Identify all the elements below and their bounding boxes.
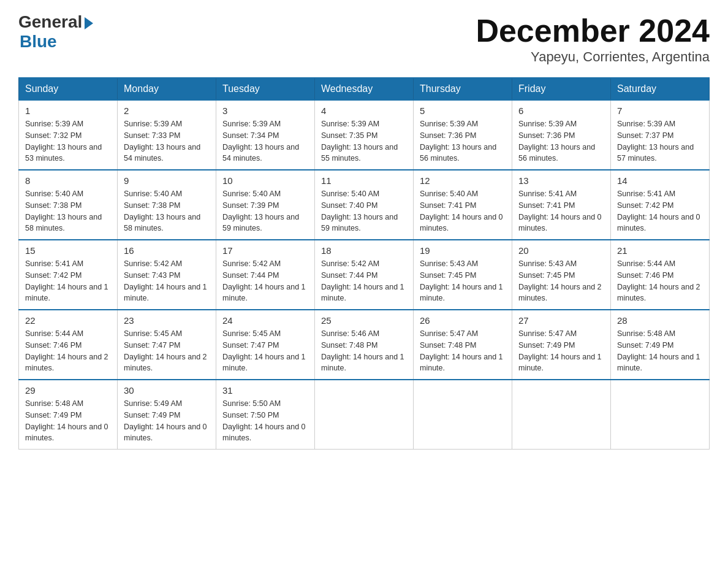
day-number: 7	[617, 105, 703, 116]
calendar-header-saturday: Saturday	[611, 78, 710, 100]
day-info: Sunrise: 5:41 AMSunset: 7:42 PMDaylight:…	[617, 188, 703, 234]
table-row: 7Sunrise: 5:39 AMSunset: 7:37 PMDaylight…	[611, 100, 710, 170]
table-row: 26Sunrise: 5:47 AMSunset: 7:48 PMDayligh…	[414, 310, 512, 380]
table-row: 31Sunrise: 5:50 AMSunset: 7:50 PMDayligh…	[216, 380, 315, 450]
table-row: 11Sunrise: 5:40 AMSunset: 7:40 PMDayligh…	[315, 170, 414, 240]
table-row: 15Sunrise: 5:41 AMSunset: 7:42 PMDayligh…	[19, 240, 118, 310]
calendar-week-row: 22Sunrise: 5:44 AMSunset: 7:46 PMDayligh…	[19, 310, 710, 380]
table-row: 20Sunrise: 5:43 AMSunset: 7:45 PMDayligh…	[512, 240, 611, 310]
day-number: 20	[518, 245, 604, 256]
day-number: 30	[124, 385, 210, 396]
logo-arrow-icon	[85, 17, 93, 29]
day-number: 22	[25, 315, 111, 326]
table-row: 1Sunrise: 5:39 AMSunset: 7:32 PMDaylight…	[19, 100, 118, 170]
table-row: 28Sunrise: 5:48 AMSunset: 7:49 PMDayligh…	[611, 310, 710, 380]
day-info: Sunrise: 5:39 AMSunset: 7:36 PMDaylight:…	[420, 118, 506, 164]
day-info: Sunrise: 5:42 AMSunset: 7:43 PMDaylight:…	[124, 258, 210, 304]
day-number: 2	[124, 105, 210, 116]
table-row: 10Sunrise: 5:40 AMSunset: 7:39 PMDayligh…	[216, 170, 315, 240]
day-number: 16	[124, 245, 210, 256]
day-info: Sunrise: 5:42 AMSunset: 7:44 PMDaylight:…	[222, 258, 308, 304]
day-info: Sunrise: 5:41 AMSunset: 7:42 PMDaylight:…	[25, 258, 111, 304]
calendar-header-wednesday: Wednesday	[315, 78, 414, 100]
calendar-header-tuesday: Tuesday	[216, 78, 315, 100]
day-info: Sunrise: 5:39 AMSunset: 7:35 PMDaylight:…	[321, 118, 407, 164]
table-row: 24Sunrise: 5:45 AMSunset: 7:47 PMDayligh…	[216, 310, 315, 380]
table-row: 14Sunrise: 5:41 AMSunset: 7:42 PMDayligh…	[611, 170, 710, 240]
logo-general-text: General	[18, 12, 82, 32]
table-row: 5Sunrise: 5:39 AMSunset: 7:36 PMDaylight…	[414, 100, 512, 170]
day-number: 12	[420, 175, 506, 186]
day-info: Sunrise: 5:39 AMSunset: 7:34 PMDaylight:…	[222, 118, 308, 164]
table-row: 3Sunrise: 5:39 AMSunset: 7:34 PMDaylight…	[216, 100, 315, 170]
day-info: Sunrise: 5:39 AMSunset: 7:33 PMDaylight:…	[124, 118, 210, 164]
day-number: 9	[124, 175, 210, 186]
day-info: Sunrise: 5:39 AMSunset: 7:36 PMDaylight:…	[518, 118, 604, 164]
table-row	[414, 380, 512, 450]
page-header: General Blue December 2024 Yapeyu, Corri…	[18, 12, 710, 65]
day-number: 27	[518, 315, 604, 326]
day-info: Sunrise: 5:43 AMSunset: 7:45 PMDaylight:…	[420, 258, 506, 304]
day-number: 23	[124, 315, 210, 326]
day-number: 5	[420, 105, 506, 116]
table-row: 4Sunrise: 5:39 AMSunset: 7:35 PMDaylight…	[315, 100, 414, 170]
calendar-header-sunday: Sunday	[19, 78, 118, 100]
day-number: 19	[420, 245, 506, 256]
calendar-table: SundayMondayTuesdayWednesdayThursdayFrid…	[18, 77, 710, 450]
day-info: Sunrise: 5:45 AMSunset: 7:47 PMDaylight:…	[124, 328, 210, 374]
day-info: Sunrise: 5:47 AMSunset: 7:49 PMDaylight:…	[518, 328, 604, 374]
day-info: Sunrise: 5:48 AMSunset: 7:49 PMDaylight:…	[25, 398, 111, 444]
day-number: 1	[25, 105, 111, 116]
table-row: 23Sunrise: 5:45 AMSunset: 7:47 PMDayligh…	[118, 310, 216, 380]
day-number: 28	[617, 315, 703, 326]
day-info: Sunrise: 5:44 AMSunset: 7:46 PMDaylight:…	[617, 258, 703, 304]
day-number: 25	[321, 315, 407, 326]
day-number: 8	[25, 175, 111, 186]
day-info: Sunrise: 5:46 AMSunset: 7:48 PMDaylight:…	[321, 328, 407, 374]
day-number: 6	[518, 105, 604, 116]
table-row: 29Sunrise: 5:48 AMSunset: 7:49 PMDayligh…	[19, 380, 118, 450]
calendar-header-row: SundayMondayTuesdayWednesdayThursdayFrid…	[19, 78, 710, 100]
day-number: 26	[420, 315, 506, 326]
calendar-header-monday: Monday	[118, 78, 216, 100]
day-number: 21	[617, 245, 703, 256]
table-row: 27Sunrise: 5:47 AMSunset: 7:49 PMDayligh…	[512, 310, 611, 380]
day-info: Sunrise: 5:42 AMSunset: 7:44 PMDaylight:…	[321, 258, 407, 304]
day-number: 13	[518, 175, 604, 186]
calendar-week-row: 15Sunrise: 5:41 AMSunset: 7:42 PMDayligh…	[19, 240, 710, 310]
day-info: Sunrise: 5:45 AMSunset: 7:47 PMDaylight:…	[222, 328, 308, 374]
table-row: 12Sunrise: 5:40 AMSunset: 7:41 PMDayligh…	[414, 170, 512, 240]
table-row: 2Sunrise: 5:39 AMSunset: 7:33 PMDaylight…	[118, 100, 216, 170]
table-row: 21Sunrise: 5:44 AMSunset: 7:46 PMDayligh…	[611, 240, 710, 310]
day-info: Sunrise: 5:49 AMSunset: 7:49 PMDaylight:…	[124, 398, 210, 444]
day-number: 17	[222, 245, 308, 256]
day-info: Sunrise: 5:41 AMSunset: 7:41 PMDaylight:…	[518, 188, 604, 234]
calendar-week-row: 29Sunrise: 5:48 AMSunset: 7:49 PMDayligh…	[19, 380, 710, 450]
day-info: Sunrise: 5:40 AMSunset: 7:38 PMDaylight:…	[25, 188, 111, 234]
calendar-week-row: 1Sunrise: 5:39 AMSunset: 7:32 PMDaylight…	[19, 100, 710, 170]
table-row: 18Sunrise: 5:42 AMSunset: 7:44 PMDayligh…	[315, 240, 414, 310]
table-row: 13Sunrise: 5:41 AMSunset: 7:41 PMDayligh…	[512, 170, 611, 240]
day-info: Sunrise: 5:48 AMSunset: 7:49 PMDaylight:…	[617, 328, 703, 374]
day-info: Sunrise: 5:40 AMSunset: 7:39 PMDaylight:…	[222, 188, 308, 234]
day-info: Sunrise: 5:50 AMSunset: 7:50 PMDaylight:…	[222, 398, 308, 444]
day-number: 14	[617, 175, 703, 186]
day-number: 24	[222, 315, 308, 326]
logo-blue-text: Blue	[20, 32, 57, 52]
day-number: 3	[222, 105, 308, 116]
day-number: 11	[321, 175, 407, 186]
table-row: 9Sunrise: 5:40 AMSunset: 7:38 PMDaylight…	[118, 170, 216, 240]
day-info: Sunrise: 5:40 AMSunset: 7:38 PMDaylight:…	[124, 188, 210, 234]
day-info: Sunrise: 5:39 AMSunset: 7:32 PMDaylight:…	[25, 118, 111, 164]
location-title: Yapeyu, Corrientes, Argentina	[476, 49, 710, 65]
day-number: 18	[321, 245, 407, 256]
calendar-header-thursday: Thursday	[414, 78, 512, 100]
day-info: Sunrise: 5:40 AMSunset: 7:40 PMDaylight:…	[321, 188, 407, 234]
table-row: 19Sunrise: 5:43 AMSunset: 7:45 PMDayligh…	[414, 240, 512, 310]
calendar-week-row: 8Sunrise: 5:40 AMSunset: 7:38 PMDaylight…	[19, 170, 710, 240]
day-info: Sunrise: 5:43 AMSunset: 7:45 PMDaylight:…	[518, 258, 604, 304]
day-number: 31	[222, 385, 308, 396]
day-number: 10	[222, 175, 308, 186]
logo: General Blue	[18, 12, 93, 52]
calendar-header-friday: Friday	[512, 78, 611, 100]
